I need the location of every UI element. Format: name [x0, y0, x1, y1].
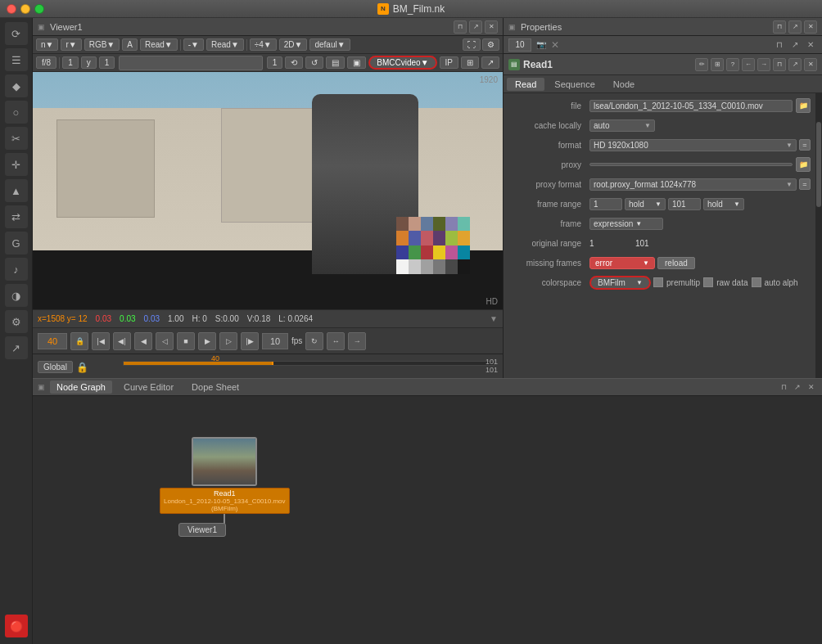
prev-slow-btn[interactable]: ◁: [156, 332, 174, 350]
y-val[interactable]: 1: [99, 56, 115, 69]
raw-data-checkbox[interactable]: [703, 277, 713, 287]
tnb-pin-icon[interactable]: ⊓: [773, 38, 786, 52]
frame-input[interactable]: [38, 333, 67, 349]
ng-pin-icon[interactable]: ⊓: [778, 381, 789, 393]
tnb-camera-icon[interactable]: 📷: [535, 38, 548, 52]
grid-icon[interactable]: ▤: [326, 56, 345, 69]
frame-range-from[interactable]: 1: [589, 198, 622, 210]
settings-icon[interactable]: ⚙: [482, 38, 499, 51]
frame-range-hold1[interactable]: hold ▼: [625, 198, 666, 210]
sidebar-icon-comp[interactable]: ◆: [5, 74, 28, 97]
sidebar-icon-circle[interactable]: ○: [5, 101, 28, 124]
tab-sequence[interactable]: Sequence: [546, 78, 603, 91]
sidebar-icon-arrow[interactable]: ↗: [5, 336, 28, 359]
next-slow-btn[interactable]: ▷: [219, 332, 237, 350]
proxy-format-dropdown[interactable]: root.proxy_format 1024x778 ▼: [589, 178, 797, 191]
prev-btn[interactable]: ◀: [134, 332, 152, 350]
frame-range-to[interactable]: 101: [668, 198, 701, 210]
sidebar-icon-swap[interactable]: ⇄: [5, 205, 28, 228]
viewer-pin-icon[interactable]: ⊓: [454, 20, 467, 34]
minimize-button[interactable]: [20, 4, 30, 14]
proxy-format-equal-btn[interactable]: =: [799, 178, 811, 190]
read-dropdown[interactable]: Read▼: [140, 38, 178, 51]
rotate-icon[interactable]: ⟲: [285, 56, 303, 69]
prev-frame-btn[interactable]: ◀|: [113, 332, 131, 350]
viewer-float-icon[interactable]: ↗: [469, 20, 482, 34]
loop-btn[interactable]: ↻: [305, 332, 323, 350]
close-button[interactable]: [7, 4, 16, 14]
sidebar-icon-half[interactable]: ◑: [5, 284, 28, 307]
node-color-btn[interactable]: ▤: [508, 59, 520, 70]
node-help-btn[interactable]: ?: [726, 58, 739, 71]
tnb-float2-icon[interactable]: ↗: [788, 38, 802, 52]
status-expand[interactable]: ▼: [490, 314, 498, 323]
sidebar-icon-music[interactable]: ♪: [5, 258, 28, 281]
node-pin-btn[interactable]: ⊓: [773, 58, 786, 71]
ng-float-icon[interactable]: ↗: [792, 381, 803, 393]
props-scrollbar[interactable]: [815, 93, 822, 378]
cache-locally-dropdown[interactable]: auto ▼: [589, 119, 655, 132]
colorspace-dropdown[interactable]: BMFilm ▼: [589, 276, 651, 290]
node-arrow-btn[interactable]: ←: [742, 58, 755, 71]
tnb-x-icon[interactable]: ✕: [551, 39, 559, 51]
sidebar-icon-bottom1[interactable]: 🔴: [5, 615, 28, 637]
maximize-button[interactable]: [34, 4, 44, 14]
bounce-btn[interactable]: ↔: [327, 332, 345, 350]
node-icon-btn2[interactable]: ⊞: [711, 58, 724, 71]
fstop-dropdown[interactable]: -▼: [183, 38, 204, 51]
sidebar-icon-tri[interactable]: ▲: [5, 179, 28, 202]
node-float-btn[interactable]: ↗: [788, 58, 802, 71]
bmcc-video-dropdown[interactable]: BMCCvideo▼: [368, 56, 436, 70]
lut2-dropdown[interactable]: defaul▼: [309, 38, 350, 51]
props-pin-icon[interactable]: ⊓: [773, 20, 786, 34]
tnb-close-icon[interactable]: ✕: [804, 38, 817, 52]
sidebar-icon-add[interactable]: ✛: [5, 153, 28, 176]
lut-dropdown[interactable]: n▼: [36, 38, 58, 51]
props-float-icon[interactable]: ↗: [788, 20, 802, 34]
fstop-val[interactable]: f/8: [36, 56, 56, 69]
tnb-value[interactable]: 10: [508, 38, 531, 52]
flip-icon[interactable]: ↺: [305, 56, 323, 69]
proxy-browse-btn[interactable]: 📁: [796, 157, 811, 172]
format-dropdown[interactable]: HD 1920x1080 ▼: [589, 139, 797, 151]
global-dropdown[interactable]: Global: [38, 361, 73, 373]
frame-expr-dropdown[interactable]: expression ▼: [589, 218, 663, 230]
premultip-checkbox[interactable]: [653, 277, 663, 287]
missing-frames-dropdown[interactable]: error ▼: [589, 257, 655, 269]
node-arrow2-btn[interactable]: →: [757, 58, 770, 71]
lock-btn[interactable]: 🔒: [70, 332, 88, 350]
viewer-node[interactable]: Viewer1: [178, 523, 226, 537]
auto-alph-checkbox[interactable]: [752, 277, 761, 287]
node-icon-btn1[interactable]: ✏: [695, 58, 708, 71]
props-scrollbar-thumb[interactable]: [816, 122, 821, 207]
stop-btn[interactable]: ■: [177, 332, 195, 350]
tab-curve-editor[interactable]: Curve Editor: [117, 381, 180, 394]
ng-close-icon[interactable]: ✕: [806, 381, 817, 393]
stop-val[interactable]: 1: [62, 56, 79, 69]
export-icon[interactable]: ↗: [481, 56, 499, 69]
sidebar-icon-gear[interactable]: ⚙: [5, 310, 28, 333]
timeline-playhead[interactable]: [272, 362, 273, 365]
reload-btn[interactable]: reload: [657, 257, 695, 269]
input1[interactable]: 1: [267, 56, 283, 69]
viewer-close-icon[interactable]: ✕: [485, 20, 498, 34]
timeline-track[interactable]: [123, 361, 495, 366]
mode-dropdown[interactable]: 2D▼: [279, 38, 308, 51]
tab-read[interactable]: Read: [507, 78, 544, 91]
tab-dope-sheet[interactable]: Dope Sheet: [185, 381, 246, 394]
props-close-icon[interactable]: ✕: [804, 20, 817, 34]
sidebar-icon-menu[interactable]: ☰: [5, 48, 28, 71]
next-frame-btn[interactable]: |▶: [241, 332, 259, 350]
sidebar-icon-g[interactable]: G: [5, 232, 28, 254]
play-btn[interactable]: ▶: [198, 332, 216, 350]
channels-dropdown[interactable]: RGB▼: [84, 38, 120, 51]
gain-r-dropdown[interactable]: r▼: [61, 38, 81, 51]
go-start-btn[interactable]: |◀: [92, 332, 110, 350]
tab-node[interactable]: Node: [605, 78, 643, 91]
ip-button[interactable]: IP: [440, 56, 458, 69]
format-equal-btn[interactable]: =: [799, 139, 811, 151]
file-browse-btn[interactable]: 📁: [796, 98, 811, 113]
grid2-icon[interactable]: ⊞: [461, 56, 479, 69]
mult-dropdown[interactable]: ÷4▼: [250, 38, 277, 51]
sidebar-icon-cut[interactable]: ✂: [5, 127, 28, 150]
